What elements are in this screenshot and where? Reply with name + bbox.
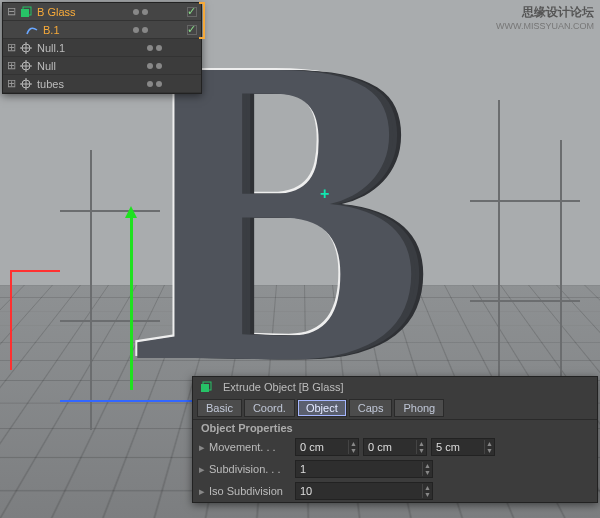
axis-y-arrow[interactable] bbox=[130, 210, 133, 390]
tree-collapse-icon[interactable]: ⊟ bbox=[7, 5, 19, 18]
spline-icon bbox=[25, 23, 39, 37]
tab-coord[interactable]: Coord. bbox=[244, 399, 295, 417]
watermark-main: 思缘设计论坛 bbox=[522, 5, 594, 19]
tree-expand-icon[interactable]: ⊞ bbox=[7, 59, 19, 72]
null-icon bbox=[19, 77, 33, 91]
visibility-dots[interactable] bbox=[133, 9, 183, 15]
row-movement: ▸ Movement. . . ▲▼ ▲▼ ▲▼ bbox=[193, 436, 597, 458]
visibility-dots[interactable] bbox=[133, 27, 183, 33]
selection-bracket-icon bbox=[199, 2, 205, 39]
scaffold-pole bbox=[498, 100, 500, 400]
object-row-null1[interactable]: ⊞ Null.1 bbox=[3, 39, 201, 57]
attribute-manager-panel[interactable]: Extrude Object [B Glass] Basic Coord. Ob… bbox=[192, 376, 598, 503]
axis-guide-red bbox=[10, 270, 60, 272]
attribute-title-bar: Extrude Object [B Glass] bbox=[193, 377, 597, 397]
disclosure-icon[interactable]: ▸ bbox=[199, 463, 205, 476]
scaffold-bar bbox=[470, 300, 580, 302]
tab-phong[interactable]: Phong bbox=[394, 399, 444, 417]
row-iso-subdivision: ▸ Iso Subdivision ▲▼ bbox=[193, 480, 597, 502]
row-subdivision: ▸ Subdivision. . . ▲▼ bbox=[193, 458, 597, 480]
label-iso-subdivision: Iso Subdivision bbox=[209, 485, 291, 497]
tree-expand-icon[interactable]: ⊞ bbox=[7, 77, 19, 90]
cursor-cross-icon: + bbox=[320, 185, 329, 203]
object-row-b1[interactable]: B.1 bbox=[3, 21, 201, 39]
subdivision-input[interactable] bbox=[296, 463, 422, 475]
iso-subdivision-input[interactable] bbox=[296, 485, 422, 497]
object-name: B Glass bbox=[37, 6, 127, 18]
tab-basic[interactable]: Basic bbox=[197, 399, 242, 417]
object-row-b-glass[interactable]: ⊟ B Glass bbox=[3, 3, 201, 21]
scaffold-bar bbox=[60, 320, 160, 322]
iso-subdivision-field[interactable]: ▲▼ bbox=[295, 482, 433, 500]
null-icon bbox=[19, 59, 33, 73]
movement-x-input[interactable] bbox=[296, 441, 348, 453]
extrude-icon bbox=[19, 5, 33, 19]
object-name: Null.1 bbox=[37, 42, 141, 54]
movement-y-input[interactable] bbox=[364, 441, 416, 453]
visibility-dots[interactable] bbox=[147, 63, 197, 69]
movement-y-field[interactable]: ▲▼ bbox=[363, 438, 427, 456]
subdivision-field[interactable]: ▲▼ bbox=[295, 460, 433, 478]
axis-guide-red bbox=[10, 270, 12, 370]
movement-z-input[interactable] bbox=[432, 441, 484, 453]
scaffold-bar bbox=[470, 200, 580, 202]
watermark: 思缘设计论坛 WWW.MISSYUAN.COM bbox=[496, 4, 594, 31]
section-header: Object Properties bbox=[193, 419, 597, 436]
spinner-icon[interactable]: ▲▼ bbox=[348, 440, 358, 454]
scaffold-pole bbox=[90, 150, 92, 430]
tag-check-icon[interactable] bbox=[187, 7, 197, 17]
scaffold-bar bbox=[60, 210, 160, 212]
spinner-icon[interactable]: ▲▼ bbox=[484, 440, 494, 454]
object-name: B.1 bbox=[43, 24, 127, 36]
visibility-dots[interactable] bbox=[147, 81, 197, 87]
movement-x-field[interactable]: ▲▼ bbox=[295, 438, 359, 456]
visibility-dots[interactable] bbox=[147, 45, 197, 51]
extrude-icon bbox=[199, 380, 213, 394]
svg-rect-0 bbox=[21, 9, 29, 17]
svg-rect-11 bbox=[201, 384, 209, 392]
spinner-icon[interactable]: ▲▼ bbox=[416, 440, 426, 454]
movement-z-field[interactable]: ▲▼ bbox=[431, 438, 495, 456]
object-row-null[interactable]: ⊞ Null bbox=[3, 57, 201, 75]
object-manager-panel[interactable]: ⊟ B Glass B.1 ⊞ Null.1 ⊞ Null ⊞ bbox=[2, 2, 202, 94]
tab-object[interactable]: Object bbox=[297, 399, 347, 417]
spinner-icon[interactable]: ▲▼ bbox=[422, 462, 432, 476]
tab-caps[interactable]: Caps bbox=[349, 399, 393, 417]
object-name: tubes bbox=[37, 78, 141, 90]
watermark-sub: WWW.MISSYUAN.COM bbox=[496, 21, 594, 31]
scaffold-pole bbox=[560, 140, 562, 380]
object-row-tubes[interactable]: ⊞ tubes bbox=[3, 75, 201, 93]
null-icon bbox=[19, 41, 33, 55]
disclosure-icon[interactable]: ▸ bbox=[199, 441, 205, 454]
object-name: Null bbox=[37, 60, 141, 72]
attribute-title: Extrude Object [B Glass] bbox=[223, 381, 343, 393]
spinner-icon[interactable]: ▲▼ bbox=[422, 484, 432, 498]
disclosure-icon[interactable]: ▸ bbox=[199, 485, 205, 498]
tag-check-icon[interactable] bbox=[187, 25, 197, 35]
label-movement: Movement. . . bbox=[209, 441, 291, 453]
label-subdivision: Subdivision. . . bbox=[209, 463, 291, 475]
attribute-tabs: Basic Coord. Object Caps Phong bbox=[193, 397, 597, 419]
tree-expand-icon[interactable]: ⊞ bbox=[7, 41, 19, 54]
